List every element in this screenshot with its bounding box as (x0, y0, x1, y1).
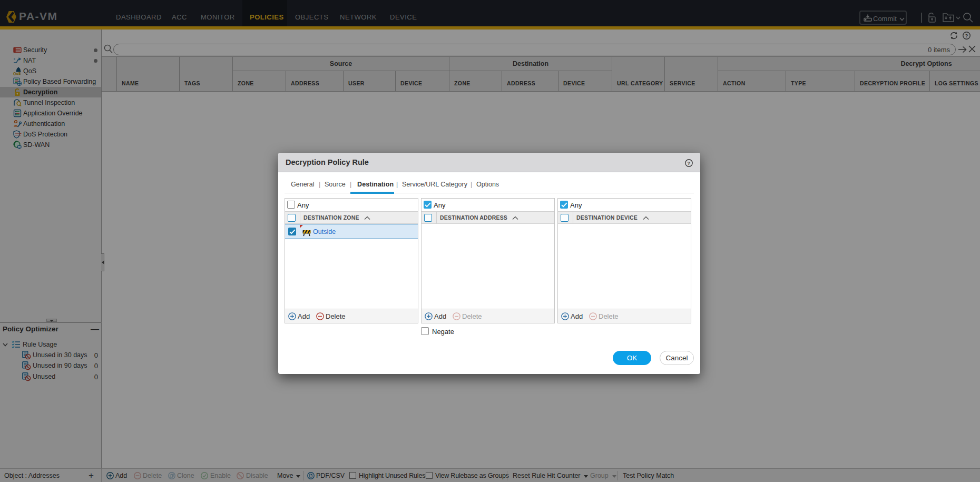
svg-text:?: ? (688, 160, 691, 166)
